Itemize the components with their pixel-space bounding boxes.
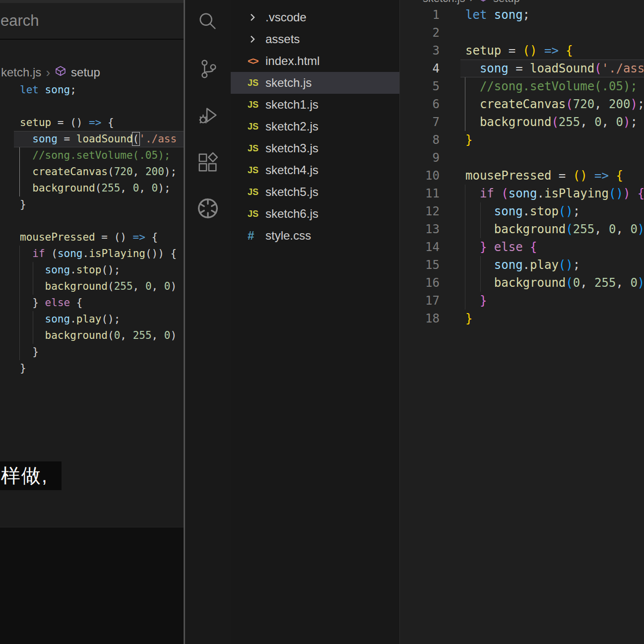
code-line[interactable]: 6 createCanvas(720, 200); [400,95,644,113]
code-line[interactable]: 14 } else { [400,238,644,256]
code-token: ) [630,97,637,111]
code-token: 0 [114,329,121,341]
chevron-right-icon: › [46,65,50,80]
code-token: mousePressed [465,169,551,183]
code-line[interactable]: } [0,344,184,360]
code-token: background [494,222,566,236]
code-text: } [448,131,472,149]
code-line[interactable]: song = loadSound('./ass [0,131,184,147]
code-line[interactable]: song.stop(); [0,262,184,278]
code-line[interactable]: background(255, 0, 0); [0,180,184,196]
code-line[interactable]: 16 background(0, 255, 0) [400,274,644,292]
code-line[interactable]: 13 background(255, 0, 0) [400,220,644,238]
breadcrumb-file[interactable]: ketch.js [1,65,41,79]
code-token: song [509,187,537,200]
editor-code-area: 1let song;23setup = () => {4 song = load… [400,6,644,327]
code-token: ( [594,62,601,75]
explorer-item-index.html[interactable]: <>index.html [231,50,399,72]
code-token: , [580,115,594,129]
explorer-item-sketch3.js[interactable]: JSsketch3.js [231,137,399,159]
code-line[interactable]: mousePressed = () => { [0,229,184,246]
code-token [70,297,76,309]
line-number: 5 [400,77,448,95]
code-token: 720 [573,97,594,111]
code-line[interactable]: song.play(); [0,311,184,327]
explorer-item-sketch1.js[interactable]: JSsketch1.js [231,94,399,116]
code-text: song.play(); [448,256,580,274]
code-line[interactable]: 18} [400,310,644,327]
explorer-item-sketch4.js[interactable]: JSsketch4.js [231,159,399,181]
code-token: 255 [573,222,594,236]
code-text: let song; [0,82,184,98]
code-token: 255 [101,182,120,194]
css-file-icon: # [248,229,265,243]
code-line[interactable]: 2 [400,24,644,42]
code-line[interactable]: 17 } [400,292,644,310]
breadcrumb-file[interactable]: sketch.js [423,0,465,5]
code-token [145,231,152,243]
code-line[interactable]: 12 song.stop(); [400,202,644,220]
explorer-item-assets[interactable]: assets [231,28,399,50]
code-line[interactable]: background(0, 255, 0) [0,327,184,344]
code-line[interactable]: background(255, 0, 0) [0,278,184,295]
code-line[interactable]: 15 song.play(); [400,256,644,274]
code-line[interactable]: if (song.isPlaying()) { [0,246,184,262]
file-name: sketch4.js [265,163,319,177]
explorer-item-.vscode[interactable]: .vscode [231,6,399,28]
search-icon[interactable] [194,8,221,35]
search-input[interactable]: earch [0,3,184,40]
code-line[interactable]: //song.setVolume(.05); [0,147,184,164]
code-line[interactable]: 5 //song.setVolume(.05); [400,77,644,95]
code-token [164,248,171,259]
code-token: { [76,297,83,309]
code-token: } [20,198,26,210]
chatgpt-icon[interactable] [194,195,221,222]
file-name: sketch6.js [265,207,319,221]
breadcrumb-clipped: sketch.js › setup [400,0,644,5]
breadcrumb[interactable]: ketch.js › setup [1,64,100,81]
code-line[interactable]: createCanvas(720, 200); [0,164,184,180]
code-token: if [480,187,494,200]
code-line[interactable]: 3setup = () => { [400,42,644,60]
code-line[interactable]: 8} [400,131,644,149]
line-number: 9 [400,149,448,167]
code-token: , [580,276,594,290]
code-line[interactable]: 7 background(255, 0, 0); [400,113,644,131]
code-line[interactable]: } [0,360,184,377]
code-token: if [32,248,45,259]
code-line[interactable]: 4 song = loadSound('./ass [400,60,644,77]
code-token: . [537,187,544,200]
code-line[interactable] [0,213,184,229]
explorer-item-sketch.js[interactable]: JSsketch.js [231,72,399,94]
extensions-icon[interactable] [194,149,221,176]
code-token [20,346,32,358]
code-line[interactable]: } else { [0,295,184,311]
breadcrumb-symbol[interactable]: setup [71,65,100,79]
code-token: play [76,313,102,325]
explorer-item-sketch5.js[interactable]: JSsketch5.js [231,181,399,203]
code-line[interactable]: let song; [0,82,184,98]
explorer-item-style.css[interactable]: #style.css [231,225,399,247]
code-line[interactable]: } [0,196,184,213]
run-debug-icon[interactable] [194,102,221,129]
code-token [465,294,480,308]
code-token: , [616,276,630,290]
explorer-item-sketch2.js[interactable]: JSsketch2.js [231,116,399,137]
code-line[interactable]: 10mousePressed = () => { [400,167,644,185]
source-control-icon[interactable] [194,56,221,82]
code-token: 0 [573,276,580,290]
code-token: = [551,169,573,183]
code-line[interactable]: setup = () => { [0,115,184,131]
line-number: 8 [400,131,448,149]
explorer-item-sketch6.js[interactable]: JSsketch6.js [231,203,399,225]
file-name: assets [265,32,300,46]
code-line[interactable]: 11 if (song.isPlaying()) { [400,185,644,202]
code-line[interactable] [0,98,184,115]
code-token: ; [70,84,76,96]
code-token [39,84,45,96]
code-line[interactable]: 1let song; [400,6,644,24]
breadcrumb-symbol[interactable]: setup [493,0,520,5]
code-token: () [559,204,573,218]
code-text [448,24,465,42]
code-line[interactable]: 9 [400,149,644,167]
